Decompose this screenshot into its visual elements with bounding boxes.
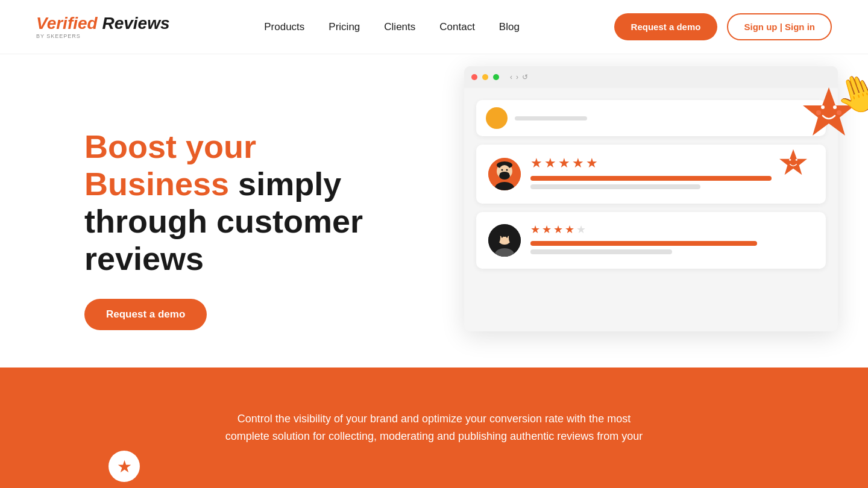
avatar-2 <box>488 224 521 257</box>
svg-marker-22 <box>779 149 807 175</box>
review-line-2-2 <box>530 249 672 254</box>
nav-item-clients[interactable]: Clients <box>384 21 415 33</box>
signup-signin-button[interactable]: Sign up | Sign in <box>727 13 832 40</box>
svg-point-18 <box>821 105 825 109</box>
logo-sub: by SKEEPERS <box>36 33 81 39</box>
star-1-5: ★ <box>586 155 598 171</box>
review-info-2: ★ ★ ★ ★ ★ <box>530 223 814 258</box>
browser-toolbar: ‹ › ↺ <box>464 66 838 88</box>
svg-point-23 <box>789 159 791 161</box>
nav-item-contact[interactable]: Contact <box>439 21 475 33</box>
review-stars-2: ★ ★ ★ ★ ★ <box>530 223 814 236</box>
hero-demo-button[interactable]: Request a demo <box>84 299 207 330</box>
star-badge-icon: ★ <box>117 457 132 477</box>
review-line-2-1 <box>530 241 757 246</box>
avatar-1 <box>488 158 521 190</box>
svg-point-6 <box>502 169 503 171</box>
review-line-top <box>515 116 587 120</box>
orange-section: Control the visibility of your brand and… <box>0 368 868 488</box>
browser-dot-red <box>471 74 477 80</box>
svg-point-14 <box>509 231 514 243</box>
star-1-1: ★ <box>530 155 542 171</box>
star-2-4: ★ <box>565 223 574 236</box>
review-card-top <box>476 100 826 136</box>
star-2-5: ★ <box>576 223 586 236</box>
hero-title: Boost your Business simply through custo… <box>84 128 386 277</box>
main-nav: Products Pricing Clients Contact Blog <box>264 21 520 33</box>
review-line-1-1 <box>530 176 772 181</box>
nav-item-blog[interactable]: Blog <box>499 21 520 33</box>
svg-point-13 <box>495 231 500 243</box>
hero-right: ‹ › ↺ <box>434 54 868 368</box>
orange-content: Control the visibility of your brand and… <box>223 410 645 445</box>
svg-point-19 <box>833 105 837 109</box>
hero-left: Boost your Business simply through custo… <box>0 54 434 368</box>
review-line-1-2 <box>530 184 700 189</box>
arrow-back-icon: ‹ <box>510 73 512 81</box>
svg-point-8 <box>500 172 509 177</box>
svg-point-7 <box>506 169 508 171</box>
browser-arrows: ‹ › ↺ <box>510 73 528 81</box>
svg-point-20 <box>816 110 821 115</box>
star-character-small <box>779 148 808 179</box>
review-card-2: ★ ★ ★ ★ ★ <box>476 212 826 269</box>
svg-point-24 <box>796 159 797 161</box>
svg-point-16 <box>506 236 508 238</box>
hero-section: Boost your Business simply through custo… <box>0 54 868 368</box>
avatar-small <box>486 107 508 129</box>
star-2-2: ★ <box>542 223 552 236</box>
arrow-refresh-icon: ↺ <box>522 73 528 81</box>
nav-item-pricing[interactable]: Pricing <box>329 21 360 33</box>
review-card-1: ★ ★ ★ ★ ★ <box>476 145 826 204</box>
orange-text: Control the visibility of your brand and… <box>223 410 645 445</box>
star-1-3: ★ <box>558 155 570 171</box>
request-demo-button[interactable]: Request a demo <box>614 13 718 40</box>
header-actions: Request a demo Sign up | Sign in <box>614 13 832 40</box>
review-info-1: ★ ★ ★ ★ ★ <box>530 155 814 193</box>
arrow-forward-icon: › <box>516 73 518 81</box>
browser-window: ‹ › ↺ <box>464 66 838 331</box>
logo-reviews: Reviews <box>102 14 169 33</box>
orange-star-badge: ★ <box>108 451 140 482</box>
browser-dot-green <box>493 74 499 80</box>
star-2-1: ★ <box>530 223 540 236</box>
star-1-2: ★ <box>544 155 556 171</box>
review-stars-1: ★ ★ ★ ★ ★ <box>530 155 814 171</box>
browser-dot-yellow <box>482 74 488 80</box>
logo-verified: Verified <box>36 14 98 33</box>
header: Verified Reviews by SKEEPERS Products Pr… <box>0 0 868 54</box>
nav-item-products[interactable]: Products <box>264 21 304 33</box>
star-2-3: ★ <box>553 223 563 236</box>
star-1-4: ★ <box>572 155 584 171</box>
logo: Verified Reviews by SKEEPERS <box>36 15 170 39</box>
browser-content: ★ ★ ★ ★ ★ <box>464 88 838 331</box>
svg-point-15 <box>502 236 503 238</box>
